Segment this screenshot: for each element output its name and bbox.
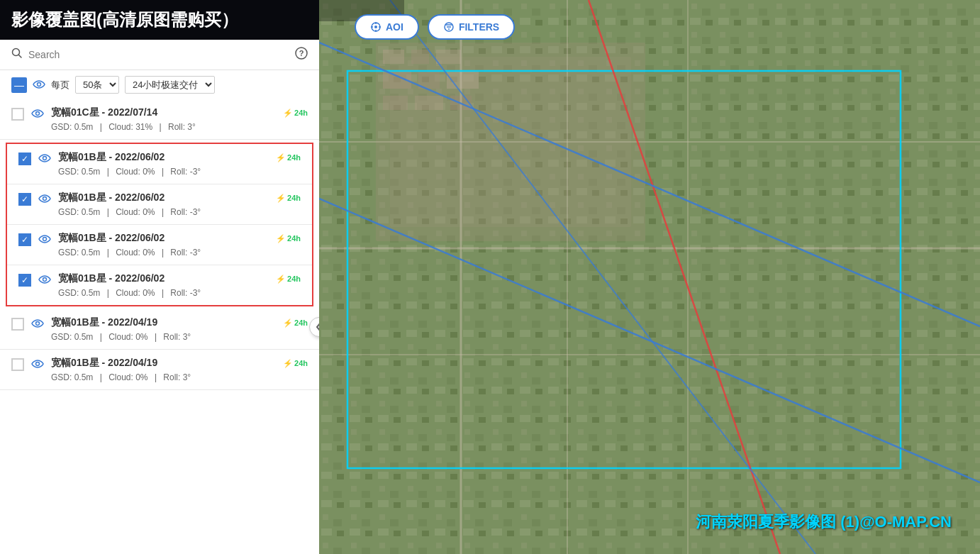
svg-rect-25 xyxy=(447,71,479,89)
search-bar: ? xyxy=(0,40,319,70)
svg-point-8 xyxy=(43,238,47,241)
item-eye-icon-6[interactable] xyxy=(31,318,44,331)
svg-line-1 xyxy=(19,55,22,58)
item-eye-icon-3[interactable] xyxy=(38,193,51,206)
item-name-4: 宽幅01B星 - 2022/06/02 xyxy=(58,232,165,245)
item-content-3: 宽幅01B星 - 2022/06/02 24h GSD: 0.5m | Clou… xyxy=(58,192,301,217)
item-content-1: 宽幅01C星 - 2022/07/14 24h GSD: 0.5m | Clou… xyxy=(51,106,308,132)
list-item[interactable]: 宽幅01B星 - 2022/06/02 24h GSD: 0.5m | Clou… xyxy=(7,184,312,225)
map-background: 河南荥阳夏季影像图 (1)@O-MAP.CN AOI xyxy=(319,0,980,554)
item-content-7: 宽幅01B星 - 2022/04/19 24h GSD: 0.5m | Clou… xyxy=(51,357,308,382)
svg-rect-18 xyxy=(376,43,645,241)
svg-rect-21 xyxy=(411,50,429,64)
help-icon[interactable]: ? xyxy=(295,47,308,62)
list-item[interactable]: 宽幅01C星 - 2022/07/14 24h GSD: 0.5m | Clou… xyxy=(0,99,319,140)
svg-rect-12 xyxy=(319,0,980,554)
item-meta-6: GSD: 0.5m | Cloud: 0% | Roll: 3° xyxy=(51,332,308,342)
item-name-3: 宽幅01B星 - 2022/06/02 xyxy=(58,192,165,204)
svg-line-36 xyxy=(589,0,780,554)
svg-rect-22 xyxy=(436,50,461,64)
items-list: 宽幅01C星 - 2022/07/14 24h GSD: 0.5m | Clou… xyxy=(0,99,319,554)
eye-all-icon[interactable] xyxy=(33,79,45,92)
list-item[interactable]: 宽幅01B星 - 2022/04/19 24h GSD: 0.5m | Clou… xyxy=(0,309,319,350)
item-checkbox-3[interactable] xyxy=(18,193,31,206)
item-checkbox-1[interactable] xyxy=(11,108,24,121)
item-name-2: 宽幅01B星 - 2022/06/02 xyxy=(58,151,165,164)
item-eye-icon-7[interactable] xyxy=(31,358,44,371)
item-name-7: 宽幅01B星 - 2022/04/19 xyxy=(51,357,157,370)
map-watermark: 河南荥阳夏季影像图 (1)@O-MAP.CN xyxy=(696,511,952,533)
item-checkbox-4[interactable] xyxy=(18,233,31,246)
svg-point-5 xyxy=(36,112,40,116)
page-title: 影像覆盖图(高清原图需购买） xyxy=(0,0,319,40)
item-meta-3: GSD: 0.5m | Cloud: 0% | Roll: -3° xyxy=(58,207,301,217)
aoi-button[interactable]: AOI xyxy=(355,14,419,40)
filters-label: FILTERS xyxy=(459,21,499,33)
item-badge-5: 24h xyxy=(276,275,301,284)
item-eye-icon-1[interactable] xyxy=(31,108,44,121)
item-content-4: 宽幅01B星 - 2022/06/02 24h GSD: 0.5m | Clou… xyxy=(58,232,301,257)
item-meta-2: GSD: 0.5m | Cloud: 0% | Roll: -3° xyxy=(58,167,301,177)
list-item[interactable]: 宽幅01B星 - 2022/04/19 24h GSD: 0.5m | Clou… xyxy=(0,350,319,390)
item-meta-4: GSD: 0.5m | Cloud: 0% | Roll: -3° xyxy=(58,248,301,257)
sidebar: 影像覆盖图(高清原图需购买） ? — 每页 50条 xyxy=(0,0,319,554)
svg-rect-27 xyxy=(415,96,443,110)
item-content-2: 宽幅01B星 - 2022/06/02 24h GSD: 0.5m | Clou… xyxy=(58,151,301,177)
item-checkbox-5[interactable] xyxy=(18,274,31,287)
item-meta-1: GSD: 0.5m | Cloud: 31% | Roll: 3° xyxy=(51,122,308,132)
item-checkbox-7[interactable] xyxy=(11,358,24,371)
list-item[interactable]: 宽幅01B星 - 2022/06/02 24h GSD: 0.5m | Clou… xyxy=(7,225,312,265)
item-meta-7: GSD: 0.5m | Cloud: 0% | Roll: 3° xyxy=(51,372,308,382)
svg-point-7 xyxy=(43,197,47,201)
svg-text:?: ? xyxy=(299,49,304,57)
filters-button[interactable]: FILTERS xyxy=(428,14,515,40)
svg-point-9 xyxy=(43,278,47,282)
svg-point-6 xyxy=(43,157,47,160)
item-name-6: 宽幅01B星 - 2022/04/19 xyxy=(51,316,157,329)
deselect-button[interactable]: — xyxy=(11,77,27,93)
item-checkbox-6[interactable] xyxy=(11,318,24,331)
svg-point-11 xyxy=(36,362,40,366)
list-item[interactable]: 宽幅01B星 - 2022/06/02 24h GSD: 0.5m | Clou… xyxy=(7,144,312,184)
item-badge-7: 24h xyxy=(283,359,308,368)
item-content-5: 宽幅01B星 - 2022/06/02 24h GSD: 0.5m | Clou… xyxy=(58,272,301,298)
item-eye-icon-5[interactable] xyxy=(38,274,51,287)
per-page-label: 每页 xyxy=(51,79,69,92)
item-badge-3: 24h xyxy=(276,194,301,203)
svg-line-39 xyxy=(390,0,815,554)
selection-group: 宽幅01B星 - 2022/06/02 24h GSD: 0.5m | Clou… xyxy=(6,143,313,306)
svg-rect-26 xyxy=(383,96,408,110)
svg-rect-20 xyxy=(383,50,404,64)
svg-rect-24 xyxy=(418,71,440,89)
item-checkbox-2[interactable] xyxy=(18,153,31,165)
map-area[interactable]: 河南荥阳夏季影像图 (1)@O-MAP.CN AOI xyxy=(319,0,980,554)
svg-point-42 xyxy=(374,26,377,28)
item-name-5: 宽幅01B星 - 2022/06/02 xyxy=(58,272,165,285)
item-badge-4: 24h xyxy=(276,234,301,243)
search-icon xyxy=(11,48,23,62)
svg-rect-19 xyxy=(390,57,631,227)
svg-point-4 xyxy=(38,82,41,86)
per-page-select[interactable]: 50条 xyxy=(75,76,119,94)
item-badge-2: 24h xyxy=(276,153,301,162)
delivery-select[interactable]: 24小时极速交付 xyxy=(125,76,215,94)
map-controls: AOI FILTERS xyxy=(355,14,515,40)
item-eye-icon-4[interactable] xyxy=(38,233,51,246)
aoi-label: AOI xyxy=(386,21,403,33)
svg-rect-28 xyxy=(450,96,472,110)
item-content-6: 宽幅01B星 - 2022/04/19 24h GSD: 0.5m | Clou… xyxy=(51,316,308,342)
list-item[interactable]: 宽幅01B星 - 2022/06/02 24h GSD: 0.5m | Clou… xyxy=(7,265,312,305)
item-badge-6: 24h xyxy=(283,318,308,328)
svg-rect-35 xyxy=(347,71,901,468)
toolbar: — 每页 50条 24小时极速交付 xyxy=(0,70,319,99)
svg-line-38 xyxy=(319,43,980,326)
item-eye-icon-2[interactable] xyxy=(38,153,51,165)
item-meta-5: GSD: 0.5m | Cloud: 0% | Roll: -3° xyxy=(58,288,301,298)
svg-line-37 xyxy=(319,199,980,482)
svg-point-10 xyxy=(36,322,40,326)
item-name-1: 宽幅01C星 - 2022/07/14 xyxy=(51,106,157,119)
svg-rect-23 xyxy=(383,71,411,89)
item-badge-1: 24h xyxy=(283,109,308,118)
search-input[interactable] xyxy=(28,49,289,60)
